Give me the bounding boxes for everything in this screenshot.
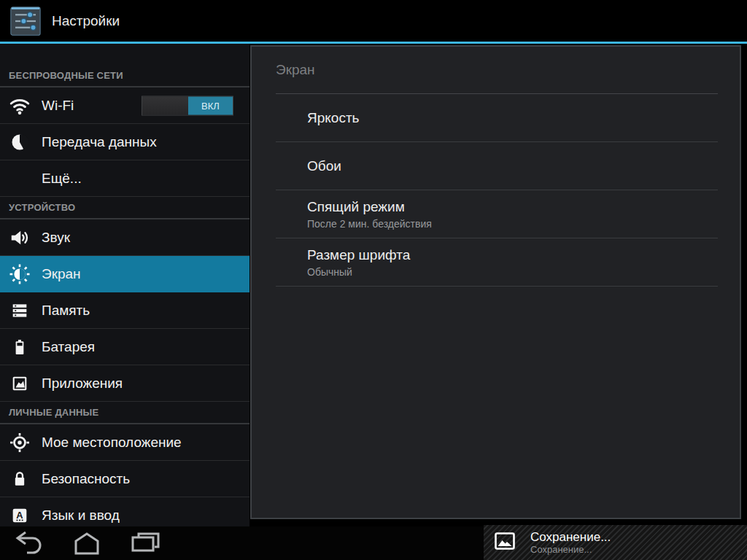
wifi-icon [7,93,32,118]
panel-item-brightness[interactable]: Яркость [252,94,740,141]
sidebar-item-more[interactable]: Ещё... [0,160,249,197]
panel-item-title: Обои [307,158,740,174]
sidebar-item-battery[interactable]: Батарея [0,329,249,365]
panel-item-sleep[interactable]: Спящий режим После 2 мин. бездействия [252,190,740,238]
data-usage-icon [7,130,32,155]
storage-icon [7,298,32,323]
image-icon [495,532,515,553]
breadcrumb: Экран [252,47,740,78]
panel-item-font-size[interactable]: Размер шрифта Обычный [252,238,740,286]
toast-title: Сохранение... [530,530,611,544]
battery-icon [7,335,32,359]
wifi-switch[interactable]: ВКЛ [142,96,233,115]
sidebar-item-location[interactable]: Мое местоположение [0,424,249,461]
back-button[interactable] [12,530,46,556]
sound-icon [7,225,32,250]
sidebar-item-label: Безопасность [42,471,130,487]
sidebar-item-storage[interactable]: Память [0,292,249,329]
toast-subtitle: Сохранение... [530,544,611,555]
panel-item-wallpaper[interactable]: Обои [252,142,740,190]
sidebar-item-label: Язык и ввод [42,508,120,524]
action-bar: Настройки [0,0,747,42]
svg-text:A: A [16,509,23,520]
sidebar-item-data-usage[interactable]: Передача данных [0,124,249,160]
sidebar-item-label: Память [42,303,90,319]
empty-icon-spacer [7,166,32,191]
security-lock-icon [7,467,32,491]
language-input-icon: A [7,503,32,528]
sidebar-item-display[interactable]: Экран [0,256,249,292]
display-settings-panel: Экран Яркость Обои Спящий режим После 2 … [250,45,741,519]
saving-notification: Сохранение... Сохранение... [484,525,747,560]
wifi-switch-on-label: ВКЛ [188,96,233,114]
home-button[interactable] [70,530,104,556]
panel-item-title: Спящий режим [307,199,740,215]
settings-sliders-icon [10,6,41,36]
sidebar-item-label: Батарея [42,339,95,355]
sidebar-item-label: Ещё... [42,171,82,187]
sidebar-item-label: Передача данных [42,134,157,150]
sidebar-item-label: Экран [42,266,81,282]
section-header-wireless: БЕСПРОВОДНЫЕ СЕТИ [0,44,249,88]
recents-button[interactable] [128,530,162,556]
sidebar-item-language[interactable]: A Язык и ввод [0,497,249,527]
sidebar-item-security[interactable]: Безопасность [0,461,249,497]
sidebar-item-sound[interactable]: Звук [0,219,249,256]
panel-item-subtitle: После 2 мин. бездействия [307,218,740,230]
brightness-icon [7,262,32,287]
sidebar-item-label: Wi-Fi [42,98,74,114]
panel-item-title: Размер шрифта [307,247,740,263]
section-header-device: УСТРОЙСТВО [0,197,249,219]
sidebar-item-apps[interactable]: Приложения [0,365,249,402]
sidebar-item-label: Приложения [42,376,123,392]
panel-item-title: Яркость [307,110,740,126]
apps-icon [7,371,32,396]
divider [276,286,718,287]
sidebar-item-label: Звук [42,230,70,246]
sidebar-item-label: Мое местоположение [42,435,182,451]
settings-sidebar: БЕСПРОВОДНЫЕ СЕТИ Wi-Fi ВКЛ П [0,44,249,527]
section-header-personal: ЛИЧНЫЕ ДАННЫЕ [0,402,249,424]
wifi-switch-track [142,96,188,114]
panel-item-subtitle: Обычный [307,266,740,278]
sidebar-item-wifi[interactable]: Wi-Fi ВКЛ [0,88,249,124]
page-title: Настройки [52,13,120,29]
location-icon [7,430,32,455]
